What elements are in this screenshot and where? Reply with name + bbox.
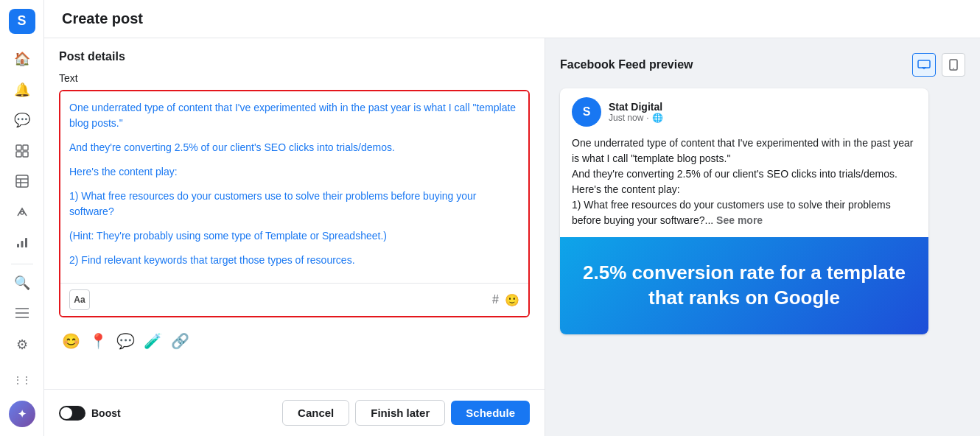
sidebar-bottom: ⚙ ⋮⋮ ✦ <box>7 330 37 427</box>
sidebar-item-home[interactable]: 🏠 <box>7 46 37 73</box>
svg-rect-0 <box>16 145 21 150</box>
app-logo[interactable]: S <box>9 9 35 34</box>
fb-image-text: 2.5% conversion rate for a template that… <box>578 261 911 311</box>
sidebar-item-notifications[interactable]: 🔔 <box>7 76 37 103</box>
sidebar-item-list[interactable] <box>7 300 37 327</box>
fb-page-info: Stat Digital Just now · 🌐 <box>609 101 663 123</box>
boost-toggle: Boost <box>59 406 121 421</box>
editor-panel: Post details Text One underrated type of… <box>44 38 545 436</box>
smiley-button[interactable]: 😊 <box>62 332 80 350</box>
toolbar-left: Aa <box>69 289 90 310</box>
location-button[interactable]: 📍 <box>89 332 108 350</box>
svg-rect-15 <box>918 60 930 68</box>
svg-rect-1 <box>23 145 28 150</box>
sidebar-item-apps[interactable]: ⋮⋮ <box>7 365 37 395</box>
emoji-bar: 😊 📍 💬 🧪 🔗 <box>59 326 530 356</box>
boost-label: Boost <box>91 407 121 419</box>
sidebar-item-campaigns[interactable] <box>7 198 37 225</box>
text-editor-toolbar: Aa # 🙂 <box>60 283 528 316</box>
sidebar-item-table[interactable] <box>7 168 37 195</box>
fb-page-meta: Just now · 🌐 <box>609 113 663 123</box>
post-details-title: Post details <box>59 50 530 63</box>
sidebar-item-search[interactable]: 🔍 <box>7 269 37 296</box>
fb-page-avatar: S <box>572 97 601 127</box>
main-content: Create post Post details Text One underr… <box>44 0 980 436</box>
sidebar: S 🏠 🔔 💬 🔍 <box>0 0 44 436</box>
finish-later-button[interactable]: Finish later <box>355 400 445 426</box>
svg-rect-3 <box>23 152 28 157</box>
fb-post-line1: One underrated type of content that I've… <box>572 136 917 166</box>
messenger-button[interactable]: 💬 <box>116 332 135 350</box>
page-title: Create post <box>62 10 143 27</box>
sidebar-divider <box>11 264 33 264</box>
toggle-knob <box>60 407 72 419</box>
boost-toggle-switch[interactable] <box>59 406 85 421</box>
preview-title: Facebook Feed preview <box>560 58 693 71</box>
see-more-link[interactable]: See more <box>716 214 763 226</box>
tablet-view-button[interactable] <box>942 53 965 77</box>
action-buttons: Cancel Finish later Schedule <box>282 400 530 426</box>
emoji-picker-button[interactable]: 🙂 <box>505 293 519 307</box>
sidebar-item-grid[interactable] <box>7 137 37 164</box>
fb-post-text: One underrated type of content that I've… <box>560 133 928 237</box>
link-button[interactable]: 🔗 <box>171 332 189 350</box>
fb-card-header: S Stat Digital Just now · 🌐 <box>560 88 928 133</box>
svg-rect-2 <box>16 152 21 157</box>
fb-post-image: 2.5% conversion rate for a template that… <box>560 237 928 334</box>
fb-visibility-icon: 🌐 <box>652 113 663 123</box>
fb-page-name: Stat Digital <box>609 101 663 113</box>
fb-post-time: Just now <box>609 113 643 123</box>
content-area: Post details Text One underrated type of… <box>44 38 980 436</box>
schedule-button[interactable]: Schedule <box>451 401 530 425</box>
flask-button[interactable]: 🧪 <box>144 332 162 350</box>
cancel-button[interactable]: Cancel <box>282 400 349 426</box>
fb-separator: · <box>646 113 648 123</box>
fb-post-line4: 1) What free resources do your customers… <box>572 197 917 228</box>
device-icons <box>912 53 965 77</box>
editor-bottom: Boost Cancel Finish later Schedule <box>44 389 545 436</box>
sidebar-item-messages[interactable]: 💬 <box>7 107 37 134</box>
fb-post-line3: Here's the content play: <box>572 182 917 197</box>
text-editor-wrapper: One underrated type of content that I've… <box>59 90 530 317</box>
svg-rect-9 <box>17 244 19 247</box>
format-text-button[interactable]: Aa <box>69 289 90 310</box>
hashtag-button[interactable]: # <box>492 293 499 306</box>
svg-rect-10 <box>21 241 23 247</box>
page-header: Create post <box>44 0 980 38</box>
text-editor-content[interactable]: One underrated type of content that I've… <box>60 91 528 283</box>
editor-scroll-area[interactable]: Post details Text One underrated type of… <box>44 38 545 389</box>
svg-rect-11 <box>25 238 27 247</box>
sidebar-item-analytics[interactable] <box>7 229 37 256</box>
svg-point-19 <box>953 68 954 69</box>
preview-panel: Facebook Feed preview <box>545 38 980 436</box>
fb-post-line2: And they're converting 2.5% of our clien… <box>572 166 917 182</box>
sidebar-item-settings[interactable]: ⚙ <box>7 330 37 359</box>
desktop-view-button[interactable] <box>912 53 936 77</box>
facebook-preview-card: S Stat Digital Just now · 🌐 One underrat… <box>560 88 928 334</box>
svg-rect-4 <box>16 175 28 187</box>
user-avatar[interactable]: ✦ <box>9 401 35 427</box>
text-label: Text <box>59 72 530 84</box>
toolbar-right: # 🙂 <box>492 293 519 307</box>
svg-point-8 <box>21 211 24 214</box>
preview-header: Facebook Feed preview <box>560 53 965 77</box>
